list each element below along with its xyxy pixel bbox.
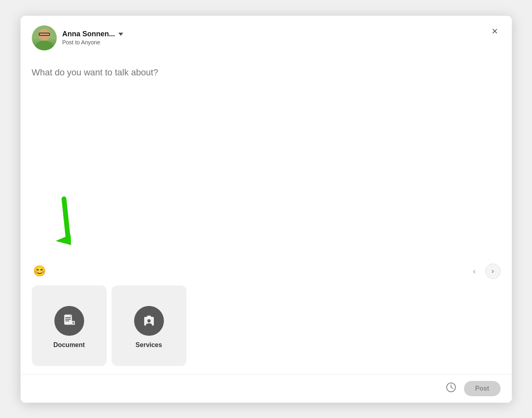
- document-card[interactable]: Document: [32, 285, 107, 366]
- post-to-label: Post to Anyone: [62, 39, 123, 46]
- services-icon: [142, 314, 156, 328]
- svg-point-11: [147, 319, 151, 322]
- next-page-button[interactable]: ›: [485, 264, 501, 279]
- pagination: ‹ ›: [467, 264, 501, 279]
- document-icon-circle: [54, 306, 84, 336]
- svg-rect-8: [72, 322, 74, 324]
- history-button[interactable]: [444, 381, 458, 396]
- emoji-icon: 😊: [33, 265, 46, 277]
- post-button[interactable]: Post: [464, 381, 501, 396]
- clock-icon-svg: [446, 382, 456, 393]
- chevron-right-icon: ›: [492, 267, 494, 275]
- avatar: [32, 25, 57, 50]
- services-icon-circle: [134, 306, 164, 336]
- avatar-glasses: [39, 33, 50, 36]
- svg-rect-10: [147, 316, 151, 318]
- user-name-container: Anna Sonnen...: [62, 30, 123, 38]
- clock-icon: [446, 382, 456, 395]
- avatar-image: [32, 25, 57, 50]
- chevron-left-icon: ‹: [473, 266, 476, 276]
- user-name-text: Anna Sonnen...: [62, 30, 115, 38]
- close-button[interactable]: ×: [488, 24, 502, 38]
- avatar-body: [35, 41, 53, 50]
- cards-row: Document Services: [21, 285, 512, 374]
- services-card[interactable]: Services: [112, 285, 186, 366]
- emoji-button[interactable]: 😊: [32, 264, 47, 279]
- post-input[interactable]: [32, 67, 501, 141]
- user-info: Anna Sonnen... Post to Anyone: [62, 30, 123, 46]
- dropdown-button[interactable]: [118, 31, 123, 37]
- post-area: [21, 57, 512, 260]
- modal-header: Anna Sonnen... Post to Anyone: [21, 16, 512, 57]
- chevron-down-icon: [118, 33, 123, 36]
- toolbar: 😊 ‹ ›: [21, 260, 512, 285]
- document-icon: [62, 314, 77, 328]
- services-card-label: Services: [136, 341, 162, 349]
- prev-page-button[interactable]: ‹: [467, 264, 482, 279]
- close-icon: ×: [492, 26, 498, 36]
- modal-footer: Post: [21, 374, 512, 403]
- svg-line-14: [451, 387, 453, 389]
- create-post-modal: × Anna Sonnen... Post to Anyone: [21, 16, 512, 403]
- document-card-label: Document: [53, 341, 85, 349]
